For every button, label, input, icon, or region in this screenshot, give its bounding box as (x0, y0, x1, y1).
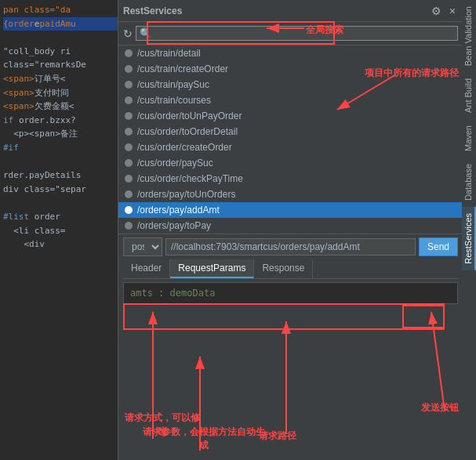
close-button[interactable]: × (447, 4, 458, 18)
route-item[interactable]: /cus/order/toUnPayOrder (118, 108, 463, 124)
route-label: /cus/order/paySuc (137, 158, 213, 168)
tab-item-header[interactable]: Header (123, 259, 170, 278)
rest-services-panel: RestServices ⚙ × ↻ 🔍 /cus/train/detail/c… (118, 0, 463, 460)
search-input-wrap: 🔍 (136, 26, 458, 41)
route-label: /orders/pay/addAmt (137, 205, 220, 216)
route-dot (125, 175, 133, 183)
code-line-10: <p><span>备注 (3, 127, 126, 141)
code-line-5: class="remarksDe (3, 58, 126, 72)
right-tab-bean-validation[interactable]: Bean Validation (462, 0, 476, 72)
right-tab-restservices[interactable]: RestServices (462, 207, 476, 270)
route-list: /cus/train/detail/cus/train/createOrder/… (118, 45, 463, 234)
route-item[interactable]: /cus/order/toOrderDetail (118, 124, 463, 139)
route-item[interactable]: /cus/train/detail (118, 45, 463, 61)
code-line-9: if order.bzxx? (3, 114, 126, 128)
search-bar: ↻ 🔍 (118, 22, 463, 45)
route-item[interactable]: /orders/pay/addAmt (118, 202, 463, 218)
code-line-15 (3, 196, 126, 210)
panel-title: RestServices (123, 5, 182, 16)
panel-header: RestServices ⚙ × (118, 0, 463, 22)
url-input[interactable] (165, 238, 416, 255)
route-dot (125, 143, 133, 151)
code-line-2: {orderepaidAmu (3, 17, 126, 31)
right-tab-maven[interactable]: Maven (462, 119, 476, 158)
route-item[interactable]: /cus/order/checkPayTime (118, 171, 463, 187)
route-item[interactable]: /cus/train/courses (118, 92, 463, 108)
route-dot (125, 96, 133, 104)
route-label: /orders/pay/toPay (137, 220, 211, 231)
route-dot (125, 190, 133, 198)
code-line-8: <span>欠费金额< (3, 100, 126, 114)
route-item[interactable]: /cus/order/paySuc (118, 155, 463, 171)
route-item[interactable]: /orders/pay/toUnOrders (118, 187, 463, 202)
route-dot (125, 65, 133, 73)
code-line-16: #list order (3, 210, 126, 224)
route-label: /cus/order/toOrderDetail (137, 126, 238, 137)
tabs-row: HeaderRequestParamsResponse (123, 259, 458, 279)
code-line-17: <li class= (3, 224, 126, 238)
route-label: /cus/train/detail (137, 48, 201, 59)
route-dot (125, 128, 133, 136)
route-label: /cus/order/toUnPayOrder (137, 110, 242, 121)
code-line-11: #if (3, 141, 126, 155)
send-button[interactable]: Send (419, 237, 458, 256)
route-item[interactable]: /cus/train/paySuc (118, 77, 463, 92)
route-label: /orders/pay/toUnOrders (137, 189, 235, 200)
code-line-12 (3, 155, 126, 169)
search-input[interactable] (154, 28, 454, 39)
request-area: post get put delete Send HeaderRequestPa… (118, 234, 463, 310)
gear-button[interactable]: ⚙ (429, 4, 444, 18)
route-label: /cus/order/checkPayTime (137, 173, 243, 184)
right-tabs: Bean ValidationAnt BuildMavenDatabaseRes… (462, 0, 476, 460)
route-label: /cus/train/paySuc (137, 79, 209, 90)
code-line-4: "coll_body ri (3, 45, 126, 59)
code-line-18: <div (3, 237, 126, 252)
code-line-1: pan class="da (3, 3, 126, 17)
refresh-icon[interactable]: ↻ (123, 27, 133, 40)
route-item[interactable]: /cus/order/createOrder (118, 139, 463, 155)
request-row: post get put delete Send (123, 237, 458, 256)
search-icon: 🔍 (140, 27, 152, 39)
route-dot (125, 49, 133, 57)
method-select[interactable]: post get put delete (123, 237, 162, 256)
route-item[interactable]: /orders/pay/toPay (118, 218, 463, 234)
route-dot (125, 206, 133, 214)
right-tab-ant-build[interactable]: Ant Build (462, 72, 476, 119)
code-line-14: div class="separ (3, 183, 126, 197)
route-dot (125, 159, 133, 167)
route-dot (125, 222, 133, 230)
code-line-3 (3, 31, 126, 45)
tab-item-response[interactable]: Response (254, 259, 313, 278)
route-label: /cus/train/courses (137, 95, 211, 106)
code-line-13: rder.payDetails (3, 168, 126, 183)
tab-item-requestparams[interactable]: RequestParams (170, 259, 254, 278)
params-area: amts : demoData (123, 282, 458, 304)
route-dot (125, 112, 133, 120)
route-label: /cus/order/createOrder (137, 142, 232, 153)
route-item[interactable]: /cus/train/createOrder (118, 61, 463, 77)
right-tab-database[interactable]: Database (462, 158, 476, 207)
panel-header-icons: ⚙ × (429, 4, 458, 18)
param-text: amts : demoData (130, 288, 215, 299)
route-label: /cus/train/createOrder (137, 63, 228, 74)
code-line-6: <span>订单号< (3, 72, 126, 86)
code-editor: pan class="da {orderepaidAmu "coll_body … (0, 0, 129, 460)
route-dot (125, 81, 133, 89)
code-line-7: <span>支付时间 (3, 86, 126, 100)
